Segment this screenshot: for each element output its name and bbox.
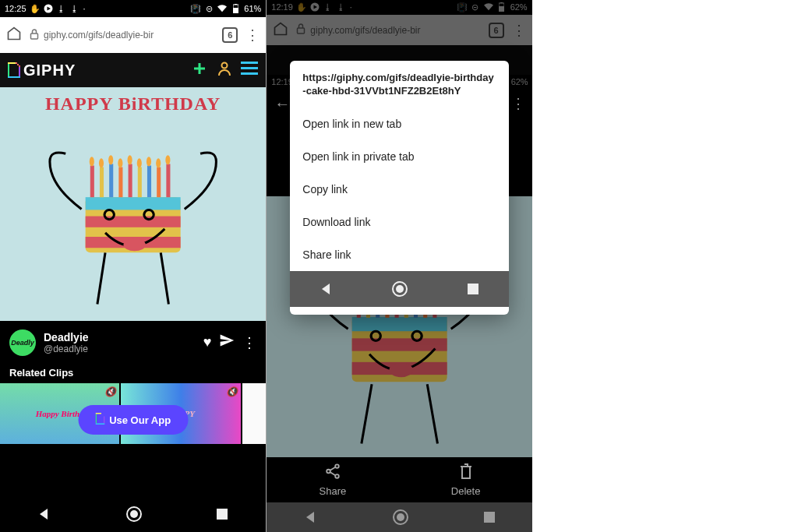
svg-rect-12 (19, 65, 20, 67)
svg-rect-6 (8, 64, 9, 76)
use-app-label: Use Our App (109, 414, 171, 426)
svg-rect-35 (157, 167, 161, 198)
menu-share-link[interactable]: Share link (290, 238, 508, 271)
avatar[interactable]: Deadly (9, 329, 36, 356)
menu-open-private-tab[interactable]: Open link in private tab (290, 140, 508, 173)
play-icon (44, 4, 53, 13)
context-menu-url: https://giphy.com/gifs/deadlyie-birthday… (290, 72, 508, 107)
svg-point-24 (99, 158, 104, 167)
svg-point-34 (147, 157, 151, 166)
svg-point-56 (396, 285, 404, 293)
svg-point-38 (165, 155, 170, 164)
status-bar: 12:25 ✋ ⭳ ⭳ · 📳 ⊝ 61% (0, 0, 266, 17)
svg-point-22 (90, 157, 94, 166)
svg-rect-7 (19, 67, 20, 76)
dnd-icon: ⊝ (204, 4, 214, 13)
svg-point-13 (222, 63, 228, 69)
menu-open-new-tab[interactable]: Open link in new tab (290, 107, 508, 140)
svg-rect-41 (104, 417, 105, 424)
download-icon: ⭳ (57, 4, 66, 13)
svg-rect-14 (241, 62, 258, 64)
url-bar[interactable]: giphy.com/gifs/deadlyie-bir (30, 29, 214, 42)
svg-rect-27 (118, 167, 122, 198)
author-info[interactable]: Deadlyie @deadlyie (44, 331, 89, 354)
download-icon: ⭳ (70, 4, 79, 13)
tab-switcher[interactable]: 6 (222, 27, 238, 43)
vibrate-icon: 📳 (191, 4, 200, 13)
svg-rect-43 (95, 413, 101, 414)
svg-point-39 (123, 238, 145, 251)
menu-copy-link[interactable]: Copy link (290, 173, 508, 206)
upload-icon[interactable] (191, 60, 208, 80)
svg-rect-3 (233, 8, 238, 13)
url-text: giphy.com/gifs/deadlyie-bir (44, 30, 154, 41)
screenshot-2: 12:19 ✋ ⭳ ⭳ · 📳 ⊝ 62% giphy.com/gifs/dea… (266, 0, 531, 532)
svg-rect-40 (95, 414, 97, 424)
context-menu: https://giphy.com/gifs/deadlyie-birthday… (290, 61, 508, 315)
status-battery: 61% (244, 4, 261, 13)
home-icon[interactable] (6, 26, 22, 44)
nav-home-icon[interactable] (391, 280, 408, 298)
giphy-header: GIPHY (0, 53, 266, 87)
browser-menu-icon[interactable]: ⋮ (245, 26, 260, 44)
nav-back-icon[interactable] (319, 281, 334, 297)
giphy-logo-text: GIPHY (23, 62, 76, 79)
svg-rect-42 (95, 424, 104, 425)
giphy-logo[interactable]: GIPHY (8, 62, 76, 79)
svg-rect-19 (86, 217, 181, 227)
use-app-button[interactable]: Use Our App (78, 405, 188, 435)
svg-point-46 (130, 510, 138, 518)
send-icon[interactable] (219, 333, 235, 352)
svg-rect-16 (241, 72, 258, 75)
favorite-icon[interactable]: ♥ (203, 334, 212, 351)
tab-count-text: 6 (228, 30, 232, 40)
more-icon[interactable]: ⋮ (242, 334, 256, 351)
nav-recent-icon[interactable] (215, 507, 229, 521)
menu-download-link[interactable]: Download link (290, 206, 508, 238)
nav-back-icon[interactable] (37, 506, 52, 522)
giphy-logo-icon (8, 62, 20, 78)
svg-rect-47 (217, 509, 228, 520)
battery-icon (231, 4, 240, 13)
svg-rect-25 (109, 164, 113, 197)
author-name: Deadlyie (44, 331, 89, 344)
hand-icon: ✋ (30, 4, 40, 13)
svg-marker-54 (322, 284, 330, 294)
lock-icon (30, 29, 39, 42)
author-bar: Deadly Deadlyie @deadlyie ♥ ⋮ (0, 321, 266, 364)
svg-rect-31 (138, 167, 142, 198)
svg-rect-23 (100, 167, 104, 198)
nav-home-icon[interactable] (125, 506, 143, 523)
hamburger-icon[interactable] (241, 62, 258, 79)
status-time: 12:25 (5, 4, 26, 13)
svg-rect-8 (8, 76, 20, 78)
svg-rect-11 (17, 64, 19, 65)
avatar-text: Deadly (11, 339, 34, 347)
related-clips-header: Related Clips (0, 364, 266, 383)
svg-point-36 (156, 158, 161, 167)
gif-caption: HAPPY BiRTHDAY (45, 93, 221, 115)
mute-icon: 🔇 (104, 386, 116, 398)
account-icon[interactable] (216, 60, 233, 80)
birthday-cake-icon (6, 115, 260, 312)
nav-recent-icon[interactable] (466, 282, 480, 296)
mute-icon: 🔇 (226, 386, 238, 398)
author-handle: @deadlyie (44, 344, 89, 354)
svg-point-32 (137, 158, 142, 167)
ellipsis-icon: · (83, 4, 86, 13)
gif-image[interactable]: HAPPY BiRTHDAY (0, 87, 266, 321)
giphy-mini-icon (95, 413, 104, 427)
svg-point-28 (118, 158, 122, 167)
browser-toolbar: giphy.com/gifs/deadlyie-bir 6 ⋮ (0, 17, 266, 53)
nav-bar (290, 271, 508, 307)
svg-rect-33 (147, 166, 151, 198)
related-clip-3[interactable] (242, 383, 267, 444)
svg-rect-18 (86, 197, 181, 210)
screenshot-1: 12:25 ✋ ⭳ ⭳ · 📳 ⊝ 61% (0, 0, 266, 532)
svg-rect-10 (16, 62, 17, 64)
svg-point-26 (108, 155, 113, 164)
svg-marker-44 (40, 509, 48, 520)
svg-rect-29 (129, 164, 132, 197)
wifi-icon (217, 4, 227, 13)
svg-point-30 (128, 155, 132, 164)
